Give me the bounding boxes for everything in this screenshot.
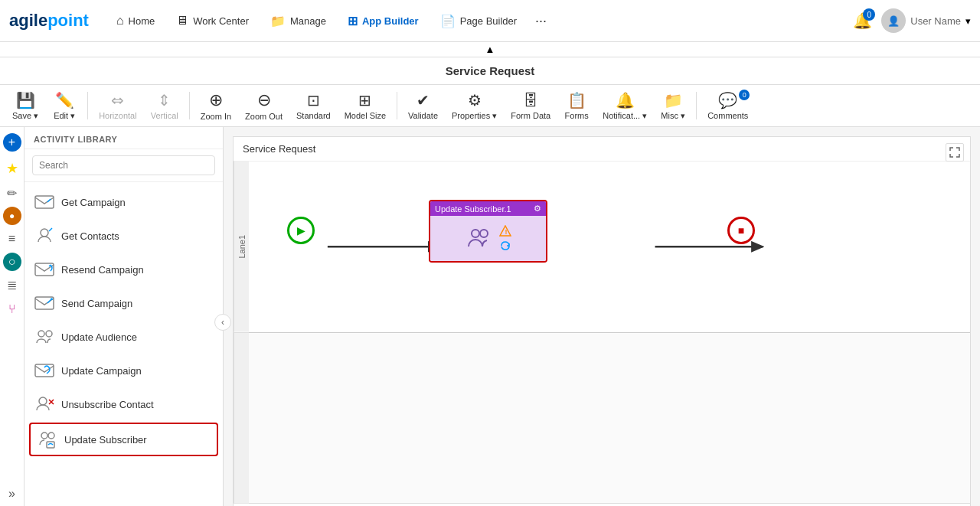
canvas-expand-button[interactable] bbox=[946, 143, 964, 162]
misc-icon: 📁 bbox=[664, 91, 683, 109]
nav-item-page-builder[interactable]: 📄 Page Builder bbox=[431, 9, 526, 33]
task-gear-icon[interactable]: ⚙ bbox=[534, 204, 541, 214]
list-item[interactable]: Get Campaign bbox=[24, 185, 223, 219]
lane-label-2 bbox=[234, 333, 249, 504]
home-icon: ⌂ bbox=[116, 14, 124, 28]
notification-bell[interactable]: 🔔 0 bbox=[853, 11, 872, 30]
svg-point-1 bbox=[41, 229, 48, 237]
validate-icon: ✔ bbox=[416, 91, 430, 109]
svg-point-11 bbox=[48, 433, 54, 439]
unsubscribe-contact-icon bbox=[34, 393, 55, 415]
form-data-icon: 🗄 bbox=[523, 92, 538, 109]
favorites-icon[interactable]: ★ bbox=[2, 158, 23, 179]
notifications-label: Notificat... ▾ bbox=[603, 111, 647, 121]
standard-icon: ⊡ bbox=[307, 91, 320, 109]
get-campaign-icon bbox=[34, 191, 55, 213]
horizontal-icon: ⇔ bbox=[111, 91, 124, 109]
nav-label-app-builder: App Builder bbox=[362, 15, 419, 27]
list-item[interactable]: Resend Campaign bbox=[24, 253, 223, 286]
edit-sidebar-icon[interactable]: ✏ bbox=[2, 182, 23, 204]
svg-rect-0 bbox=[35, 196, 54, 208]
send-campaign-icon bbox=[34, 292, 55, 314]
nav-item-manage[interactable]: 📁 Manage bbox=[261, 9, 335, 33]
standard-label: Standard bbox=[296, 111, 331, 120]
svg-point-16 bbox=[472, 230, 479, 237]
get-contacts-icon bbox=[34, 225, 55, 246]
properties-button[interactable]: ⚙ Properties ▾ bbox=[446, 88, 503, 124]
save-icon: 💾 bbox=[16, 91, 35, 109]
canvas-container: Service Request Lane1 bbox=[233, 136, 971, 506]
warning-icon: ! bbox=[499, 225, 511, 237]
list-item[interactable]: Unsubscribe Contact bbox=[24, 387, 223, 421]
activity-label: Unsubscribe Contact bbox=[61, 399, 154, 410]
update-campaign-icon bbox=[34, 360, 55, 381]
nav-items: ⌂ Home 🖥 Work Center 📁 Manage ⊞ App Buil… bbox=[107, 8, 853, 34]
model-size-button[interactable]: ⊞ Model Size bbox=[338, 88, 392, 123]
list-item[interactable]: Update Audience bbox=[24, 320, 223, 354]
validate-button[interactable]: ✔ Validate bbox=[402, 88, 444, 123]
properties-label: Properties ▾ bbox=[452, 111, 497, 121]
add-button[interactable]: + bbox=[3, 133, 21, 152]
main-layout: + ★ ✏ ● ≡ ○ ≣ ⑂ » ACTIVITY LIBRARY Get C… bbox=[0, 127, 980, 506]
nav-label-work-center: Work Center bbox=[193, 15, 249, 27]
form-data-button[interactable]: 🗄 Form Data bbox=[505, 89, 557, 123]
toolbar: 💾 Save ▾ ✏️ Edit ▾ ⇔ Horizontal ⇕ Vertic… bbox=[0, 85, 980, 127]
comments-icon: 💬 bbox=[718, 91, 737, 109]
search-input[interactable] bbox=[32, 155, 215, 175]
nav-more-button[interactable]: ··· bbox=[529, 8, 553, 34]
nav-item-app-builder[interactable]: ⊞ App Builder bbox=[338, 9, 428, 33]
toolbar-separator-4 bbox=[696, 92, 697, 119]
zoom-out-icon: ⊖ bbox=[257, 90, 271, 110]
list-item[interactable]: Send Campaign bbox=[24, 286, 223, 320]
misc-button[interactable]: 📁 Misc ▾ bbox=[655, 88, 691, 124]
standard-button[interactable]: ⊡ Standard bbox=[290, 88, 337, 123]
expand-sidebar-button[interactable]: » bbox=[2, 483, 23, 506]
forms-label: Forms bbox=[565, 111, 589, 120]
list-item-update-subscriber[interactable]: Update Subscriber bbox=[29, 423, 218, 456]
activity-label: Update Campaign bbox=[61, 365, 142, 377]
logo[interactable]: agilepoint bbox=[9, 11, 89, 31]
activity-library-title: ACTIVITY LIBRARY bbox=[24, 127, 223, 149]
list-item[interactable]: Get Contacts bbox=[24, 219, 223, 253]
zoom-out-button[interactable]: ⊖ Zoom Out bbox=[239, 87, 289, 124]
svg-text:!: ! bbox=[505, 228, 507, 236]
page-icon: 📄 bbox=[440, 14, 456, 28]
avatar: 👤 bbox=[881, 8, 906, 33]
collapse-icon: ▲ bbox=[485, 44, 495, 55]
notifications-button[interactable]: 🔔 Notificat... ▾ bbox=[596, 88, 653, 124]
comments-button[interactable]: 💬 Comments 0 bbox=[701, 88, 754, 123]
nav-item-home[interactable]: ⌂ Home bbox=[107, 9, 164, 32]
nav-right: 🔔 0 👤 User Name ▾ bbox=[853, 8, 971, 33]
model-size-icon: ⊞ bbox=[358, 91, 371, 109]
collapse-bar[interactable]: ▲ bbox=[0, 42, 980, 57]
zoom-in-icon: ⊕ bbox=[209, 90, 223, 110]
user-menu[interactable]: 👤 User Name ▾ bbox=[881, 8, 971, 33]
panel-collapse-button[interactable]: ‹ bbox=[214, 314, 231, 331]
vertical-button: ⇕ Vertical bbox=[145, 88, 185, 123]
nav-label-page-builder: Page Builder bbox=[460, 15, 517, 27]
title-bar: Service Request bbox=[0, 57, 980, 85]
comments-badge: 0 bbox=[739, 90, 750, 100]
circle-icon[interactable]: ○ bbox=[3, 253, 21, 271]
expand-icon bbox=[949, 147, 960, 158]
notifications-icon: 🔔 bbox=[616, 91, 635, 109]
page-title: Service Request bbox=[446, 64, 535, 77]
forms-button[interactable]: 📋 Forms bbox=[558, 88, 595, 123]
save-label: Save ▾ bbox=[12, 111, 38, 121]
zoom-in-button[interactable]: ⊕ Zoom In bbox=[194, 87, 237, 124]
canvas-lane-2 bbox=[234, 333, 970, 504]
flow-task-node[interactable]: Update Subscriber.1 ⚙ bbox=[429, 200, 547, 263]
edit-button[interactable]: ✏️ Edit ▾ bbox=[46, 88, 83, 124]
flow-start-node[interactable] bbox=[287, 217, 315, 244]
save-button[interactable]: 💾 Save ▾ bbox=[6, 88, 44, 124]
svg-point-4 bbox=[38, 331, 44, 337]
svg-point-5 bbox=[46, 331, 52, 337]
lines-icon[interactable]: ≣ bbox=[2, 274, 23, 295]
list-item[interactable]: Update Campaign bbox=[24, 354, 223, 387]
list-icon[interactable]: ≡ bbox=[2, 228, 23, 250]
update-subscriber-icon bbox=[37, 429, 58, 450]
nav-item-work-center[interactable]: 🖥 Work Center bbox=[167, 9, 258, 32]
branch-icon[interactable]: ⑂ bbox=[2, 299, 23, 320]
coin-icon[interactable]: ● bbox=[3, 207, 21, 225]
icon-sidebar: + ★ ✏ ● ≡ ○ ≣ ⑂ » bbox=[0, 127, 24, 506]
